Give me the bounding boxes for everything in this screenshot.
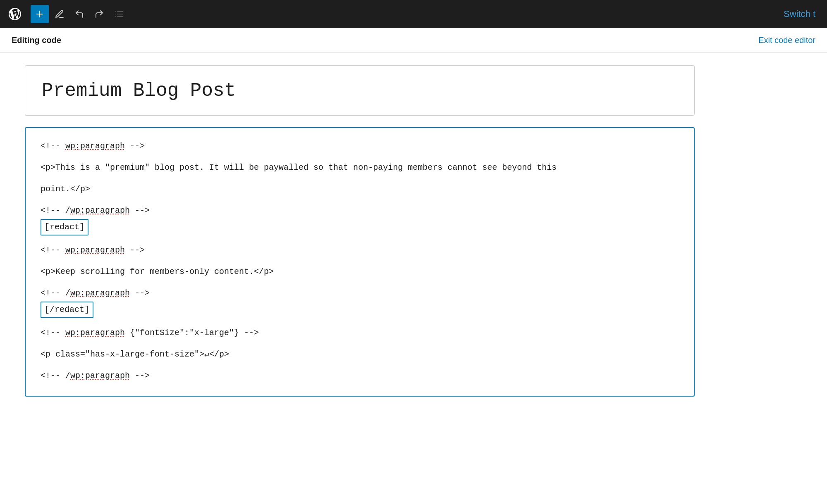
redo-button[interactable]: [90, 5, 108, 23]
wp-paragraph-tag-6: wp:paragraph: [70, 371, 130, 380]
wp-paragraph-tag-3: wp:paragraph: [65, 245, 125, 255]
wp-logo-icon[interactable]: [5, 4, 25, 24]
shortcode-redact-open: [redact]: [41, 219, 679, 235]
redact-open-tag: [redact]: [41, 219, 88, 235]
spacer-4: [41, 237, 679, 242]
editing-bar: Editing code Exit code editor: [0, 28, 827, 53]
code-line-5: <!-- wp:paragraph -->: [41, 244, 679, 257]
tools-button[interactable]: [50, 5, 69, 23]
add-block-button[interactable]: [31, 5, 49, 23]
redo-icon: [94, 9, 104, 19]
exit-code-editor-button[interactable]: Exit code editor: [758, 36, 815, 45]
plus-icon: [35, 9, 45, 19]
spacer-9: [41, 363, 679, 368]
editing-code-label: Editing code: [12, 36, 61, 45]
pencil-icon: [55, 9, 65, 19]
list-icon: [114, 9, 124, 19]
wp-paragraph-tag-2: wp:paragraph: [70, 206, 130, 215]
redact-close-tag: [/redact]: [41, 302, 93, 318]
spacer-5: [41, 259, 679, 264]
code-line-10: <!-- /wp:paragraph -->: [41, 369, 679, 383]
spacer-3: [41, 197, 679, 202]
wp-paragraph-tag-5: wp:paragraph: [65, 328, 125, 338]
toolbar: Switch t: [0, 0, 827, 28]
list-view-button[interactable]: [110, 5, 128, 23]
code-line-6: <p>Keep scrolling for members-only conte…: [41, 265, 679, 278]
shortcode-redact-close: [/redact]: [41, 302, 679, 318]
code-line-1: <!-- wp:paragraph -->: [41, 140, 679, 153]
code-line-9: <p class="has-x-large-font-size">↵</p>: [41, 348, 679, 361]
spacer-2: [41, 176, 679, 181]
code-line-4: <!-- /wp:paragraph -->: [41, 204, 679, 217]
code-line-2: <p>This is a "premium" blog post. It wil…: [41, 161, 679, 174]
code-line-3: point.</p>: [41, 183, 679, 196]
toolbar-right: Switch t: [777, 5, 822, 23]
code-editor-box[interactable]: <!-- wp:paragraph --> <p>This is a "prem…: [25, 127, 695, 397]
wp-paragraph-tag-1: wp:paragraph: [65, 141, 125, 151]
undo-button[interactable]: [70, 5, 88, 23]
switch-button[interactable]: Switch t: [777, 5, 822, 23]
main-content: Premium Blog Post <!-- wp:paragraph --> …: [0, 53, 827, 409]
wp-paragraph-tag-4: wp:paragraph: [70, 288, 130, 298]
undo-icon: [74, 9, 84, 19]
spacer-8: [41, 341, 679, 346]
code-line-8: <!-- wp:paragraph {"fontSize":"x-large"}…: [41, 326, 679, 340]
code-line-7: <!-- /wp:paragraph -->: [41, 287, 679, 300]
spacer-7: [41, 320, 679, 325]
spacer-1: [41, 155, 679, 159]
post-title-box: Premium Blog Post: [25, 65, 695, 116]
post-title[interactable]: Premium Blog Post: [42, 79, 678, 104]
spacer-6: [41, 280, 679, 285]
